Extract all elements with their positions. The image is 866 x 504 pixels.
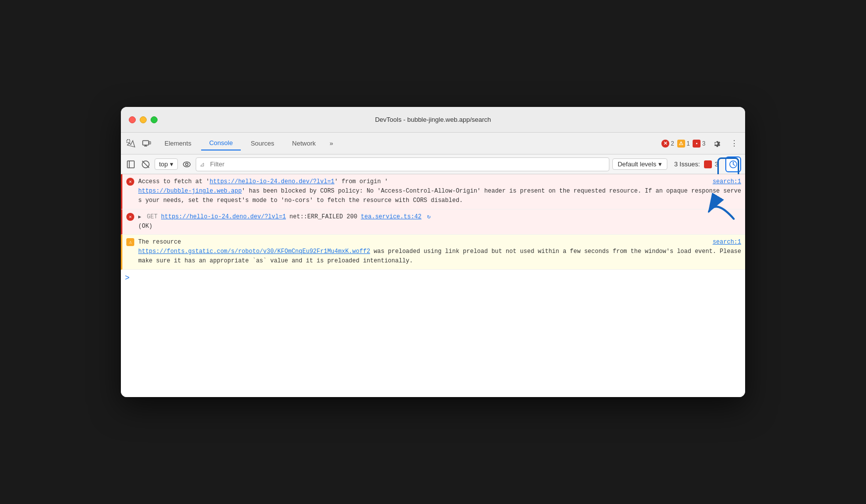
cors-text-before: Access to fetch at ' bbox=[138, 178, 210, 185]
chevron-down-icon: ▾ bbox=[170, 160, 173, 168]
levels-label: Default levels bbox=[618, 160, 656, 168]
get-error-row-icon: ✕ bbox=[126, 213, 134, 221]
context-selector[interactable]: top ▾ bbox=[155, 158, 178, 170]
cursor-icon[interactable] bbox=[125, 138, 137, 150]
svg-rect-2 bbox=[149, 142, 151, 144]
tab-sources[interactable]: Sources bbox=[243, 137, 282, 150]
font-warning-content: The resource search:1 https://fonts.gsta… bbox=[138, 238, 741, 266]
cors-fetch-url[interactable]: https://hello-io-24.deno.dev/?lvl=1 bbox=[210, 178, 334, 185]
get-url[interactable]: https://hello-io-24.deno.dev/?lvl=1 bbox=[161, 213, 286, 220]
error-row-icon: ✕ bbox=[126, 178, 134, 186]
error-circle-icon: ✕ bbox=[126, 178, 134, 186]
svg-rect-5 bbox=[127, 161, 134, 168]
devtools-window: DevTools - bubble-jingle.web.app/search … bbox=[121, 107, 745, 397]
console-row-cors-error: ✕ Access to fetch at 'https://hello-io-2… bbox=[121, 174, 745, 209]
title-bar: DevTools - bubble-jingle.web.app/search bbox=[121, 107, 745, 133]
ai-insights-button[interactable] bbox=[725, 156, 741, 172]
levels-button[interactable]: Default levels ▾ bbox=[612, 158, 667, 170]
ai-button-wrapper bbox=[725, 156, 741, 172]
window-title: DevTools - bubble-jingle.web.app/search bbox=[375, 116, 491, 123]
console-content: ✕ Access to fetch at 'https://hello-io-2… bbox=[121, 174, 745, 397]
get-status: net::ERR_FAILED 200 bbox=[289, 213, 361, 220]
tab-console[interactable]: Console bbox=[201, 136, 241, 151]
console-toolbar: top ▾ ⊿ Default levels ▾ 3 Issues: 3 bbox=[121, 154, 745, 174]
error-icon: ✕ bbox=[661, 140, 669, 148]
svg-rect-0 bbox=[127, 140, 130, 143]
more-options-icon[interactable]: ⋮ bbox=[727, 137, 741, 151]
get-source-link[interactable]: tea.service.ts:42 bbox=[361, 213, 421, 220]
warning-icon: ⚠ bbox=[677, 140, 685, 148]
issues-text: 3 Issues: bbox=[674, 160, 700, 168]
cors-error-content: Access to fetch at 'https://hello-io-24.… bbox=[138, 177, 741, 206]
cors-text-mid: ' from origin ' bbox=[334, 178, 388, 185]
context-label: top bbox=[159, 160, 168, 168]
issues-badge-tab[interactable]: ▪ 3 bbox=[693, 140, 705, 148]
font-source-link[interactable]: search:1 bbox=[712, 238, 741, 247]
clear-icon[interactable] bbox=[140, 158, 152, 170]
prompt-arrow-icon: > bbox=[125, 274, 130, 283]
warning-row-icon: ⚠ bbox=[126, 238, 134, 246]
svg-rect-1 bbox=[143, 141, 149, 145]
svg-point-9 bbox=[183, 162, 190, 167]
console-row-font-warning: ⚠ The resource search:1 https://fonts.gs… bbox=[121, 235, 745, 270]
tab-bar-right: ✕ 2 ⚠ 1 ▪ 3 ⋮ bbox=[661, 137, 741, 151]
filter-wrapper: ⊿ bbox=[196, 157, 609, 171]
console-prompt[interactable]: > bbox=[121, 270, 745, 287]
issues-count-area: 3 Issues: 3 bbox=[670, 159, 722, 170]
issues-icon: ▪ bbox=[693, 140, 701, 148]
get-error-circle-icon: ✕ bbox=[126, 213, 134, 221]
font-url[interactable]: https://fonts.gstatic.com/s/roboto/v30/K… bbox=[138, 248, 370, 255]
eye-icon[interactable] bbox=[181, 158, 193, 170]
filter-input[interactable] bbox=[196, 157, 609, 171]
console-row-get-error: ✕ ▶ GET https://hello-io-24.deno.dev/?lv… bbox=[121, 209, 745, 235]
font-text-before: The resource bbox=[138, 239, 181, 246]
expand-triangle-icon[interactable]: ▶ bbox=[138, 214, 141, 220]
close-button[interactable] bbox=[129, 116, 136, 123]
get-prefix: GET bbox=[147, 213, 161, 220]
cors-origin-url[interactable]: https://bubble-jingle.web.app bbox=[138, 188, 242, 195]
warning-badge[interactable]: ⚠ 1 bbox=[677, 140, 690, 148]
device-icon[interactable] bbox=[141, 138, 153, 150]
issues-count-icon bbox=[704, 160, 712, 168]
minimize-button[interactable] bbox=[140, 116, 147, 123]
maximize-button[interactable] bbox=[151, 116, 158, 123]
get-reload-icon[interactable]: ↻ bbox=[427, 213, 431, 220]
svg-point-12 bbox=[733, 162, 734, 163]
get-ok: (OK) bbox=[138, 222, 741, 231]
tab-network[interactable]: Network bbox=[284, 137, 324, 150]
error-badge[interactable]: ✕ 2 bbox=[661, 140, 674, 148]
traffic-lights bbox=[129, 116, 158, 123]
settings-icon[interactable] bbox=[709, 137, 723, 151]
get-error-content: ▶ GET https://hello-io-24.deno.dev/?lvl=… bbox=[138, 212, 741, 231]
levels-chevron-icon: ▾ bbox=[658, 160, 662, 168]
tab-bar: Elements Console Sources Network » ✕ 2 ⚠… bbox=[121, 133, 745, 154]
tab-more[interactable]: » bbox=[325, 138, 337, 149]
badge-group: ✕ 2 ⚠ 1 ▪ 3 bbox=[661, 140, 705, 148]
svg-point-10 bbox=[186, 163, 188, 165]
sidebar-toggle-icon[interactable] bbox=[125, 158, 137, 170]
warn-triangle-icon: ⚠ bbox=[126, 238, 134, 246]
issues-count: 3 bbox=[715, 160, 718, 168]
tab-elements[interactable]: Elements bbox=[157, 137, 199, 150]
cors-source-link[interactable]: search:1 bbox=[712, 177, 741, 187]
